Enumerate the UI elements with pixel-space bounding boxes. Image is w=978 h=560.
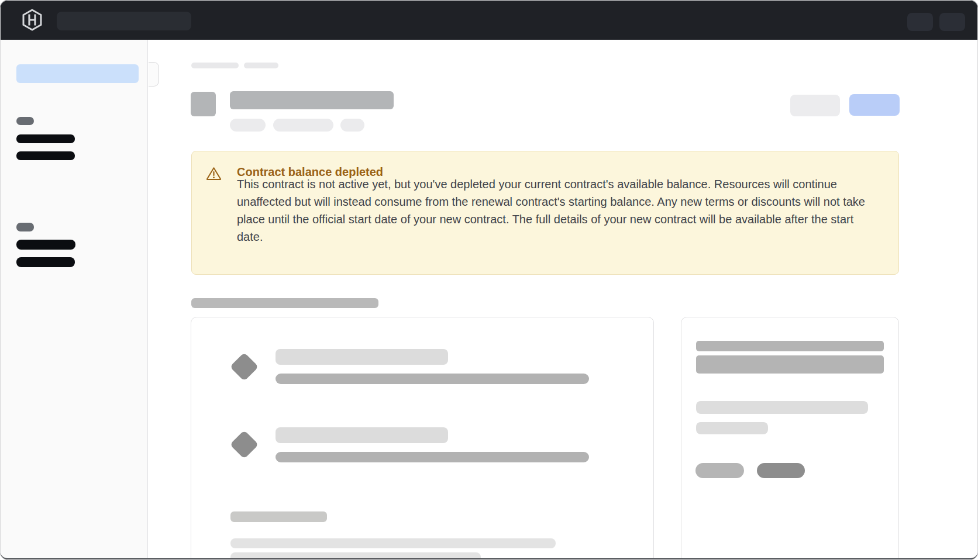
detail-line-placeholder <box>696 341 884 351</box>
detail-line-placeholder <box>696 355 884 374</box>
details-card-skeletons <box>0 0 978 560</box>
detail-line-placeholder <box>696 422 768 434</box>
detail-line-placeholder <box>696 401 868 414</box>
app-window: Contract balance depleted This contract … <box>0 0 978 560</box>
detail-pill-placeholder[interactable] <box>695 463 744 478</box>
warning-triangle-icon <box>206 166 222 181</box>
alert-body: This contract is not active yet, but you… <box>237 175 876 246</box>
detail-pill-placeholder[interactable] <box>757 463 805 478</box>
